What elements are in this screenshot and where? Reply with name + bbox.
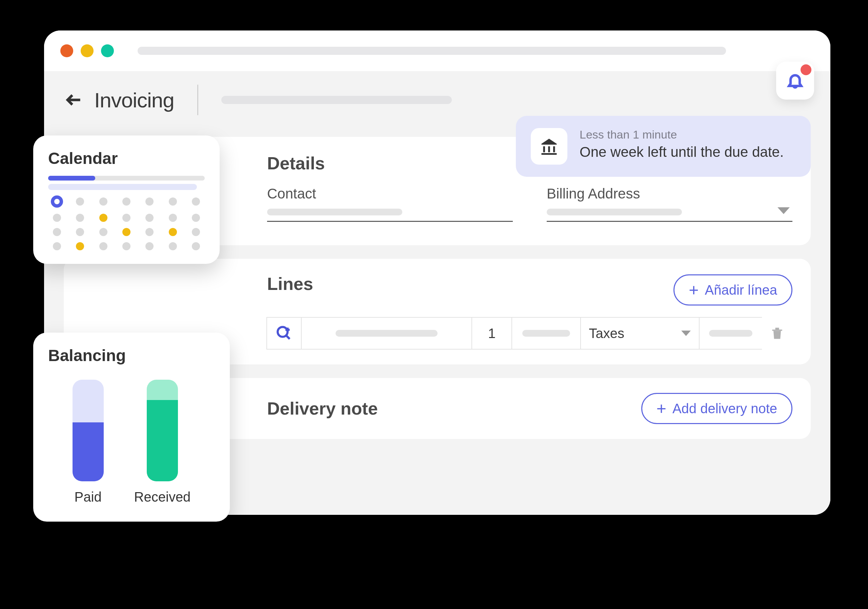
- calendar-weekday-row: [48, 184, 197, 190]
- received-bar: [147, 380, 178, 481]
- calendar-day[interactable]: [99, 242, 107, 250]
- lines-heading: Lines: [267, 274, 313, 294]
- plus-icon: +: [657, 400, 666, 417]
- calendar-day[interactable]: [122, 214, 130, 222]
- notification-badge: [801, 64, 811, 75]
- received-label: Received: [134, 490, 191, 505]
- calendar-event-day[interactable]: [76, 242, 84, 250]
- calendar-progress-track: [48, 176, 205, 181]
- calendar-day[interactable]: [169, 214, 177, 222]
- maximize-window-icon[interactable]: [101, 44, 114, 57]
- url-bar-placeholder: [138, 47, 726, 55]
- calendar-day[interactable]: [122, 198, 130, 206]
- bell-icon: [786, 71, 804, 90]
- calendar-day[interactable]: [53, 228, 61, 236]
- calendar-day[interactable]: [146, 214, 153, 222]
- calendar-day[interactable]: [99, 228, 107, 236]
- svg-rect-3: [542, 153, 557, 155]
- notification-time: Less than 1 minute: [580, 128, 796, 141]
- paid-bar: [73, 380, 104, 481]
- notifications-button[interactable]: [776, 62, 814, 100]
- add-delivery-label: Add delivery note: [673, 401, 777, 416]
- calendar-day[interactable]: [192, 198, 200, 206]
- notification-icon-box: [531, 128, 567, 165]
- calendar-day[interactable]: [53, 242, 61, 250]
- billing-address-label: Billing Address: [547, 185, 792, 202]
- calendar-title: Calendar: [48, 149, 205, 168]
- calendar-day[interactable]: [76, 198, 84, 206]
- close-window-icon[interactable]: [60, 44, 73, 57]
- line-qty-input[interactable]: 1: [471, 317, 512, 349]
- calendar-selected-day[interactable]: [51, 195, 63, 208]
- calendar-day[interactable]: [76, 228, 84, 236]
- balancing-title: Balancing: [48, 346, 215, 365]
- calendar-day[interactable]: [192, 242, 200, 250]
- contact-input[interactable]: [267, 209, 513, 222]
- notification-message: One week left until the due date.: [580, 143, 796, 161]
- breadcrumb-placeholder: [221, 96, 452, 104]
- balancing-card: Balancing Paid Received: [33, 332, 230, 522]
- line-row: 1 Taxes: [267, 317, 792, 349]
- bank-icon: [539, 136, 559, 156]
- trash-icon: [770, 326, 784, 341]
- minimize-window-icon[interactable]: [81, 44, 93, 57]
- svg-rect-1: [548, 146, 550, 152]
- calendar-day[interactable]: [192, 228, 200, 236]
- divider: [197, 85, 198, 115]
- line-total: [699, 317, 763, 349]
- calendar-day[interactable]: [76, 214, 84, 222]
- calendar-day[interactable]: [169, 198, 177, 206]
- calendar-day[interactable]: [53, 214, 61, 222]
- calendar-grid[interactable]: [48, 198, 205, 250]
- add-delivery-note-button[interactable]: + Add delivery note: [641, 393, 792, 424]
- add-line-label: Añadir línea: [705, 283, 777, 298]
- tax-select-label: Taxes: [589, 326, 625, 341]
- calendar-card: Calendar: [33, 136, 220, 264]
- svg-rect-2: [553, 146, 555, 152]
- calendar-event-day[interactable]: [99, 214, 107, 222]
- svg-rect-0: [543, 146, 546, 152]
- due-date-notification[interactable]: Less than 1 minute One week left until t…: [516, 116, 811, 177]
- calendar-progress-fill: [48, 176, 95, 181]
- calendar-day[interactable]: [146, 228, 153, 236]
- add-line-button[interactable]: + Añadir línea: [673, 274, 792, 306]
- chevron-down-icon: [681, 331, 691, 336]
- back-arrow-icon[interactable]: [64, 90, 84, 110]
- line-tax-select[interactable]: Taxes: [580, 317, 700, 349]
- calendar-event-day[interactable]: [169, 228, 177, 236]
- line-search-button[interactable]: [267, 317, 302, 349]
- calendar-day[interactable]: [99, 198, 107, 206]
- search-plus-icon: [276, 325, 293, 342]
- page-title: Invoicing: [94, 88, 174, 112]
- calendar-event-day[interactable]: [122, 228, 130, 236]
- plus-icon: +: [689, 281, 699, 298]
- svg-point-4: [277, 327, 287, 337]
- billing-address-select[interactable]: [547, 209, 792, 222]
- delivery-heading: Delivery note: [267, 398, 378, 419]
- paid-label: Paid: [73, 490, 104, 505]
- calendar-day[interactable]: [192, 214, 200, 222]
- line-price-input[interactable]: [512, 317, 581, 349]
- contact-label: Contact: [267, 185, 513, 202]
- delete-line-button[interactable]: [762, 317, 792, 349]
- calendar-day[interactable]: [122, 242, 130, 250]
- chevron-down-icon: [778, 207, 790, 214]
- calendar-day[interactable]: [146, 242, 153, 250]
- line-description-input[interactable]: [301, 317, 472, 349]
- calendar-day[interactable]: [169, 242, 177, 250]
- window-titlebar: [44, 31, 830, 71]
- calendar-day[interactable]: [146, 198, 153, 206]
